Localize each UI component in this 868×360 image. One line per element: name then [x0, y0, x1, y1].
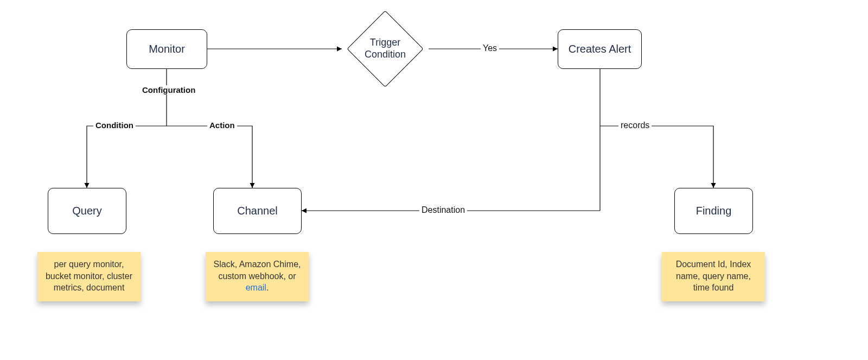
note-query: per query monitor, bucket monitor, clust…: [37, 252, 141, 301]
note-channel-email-link[interactable]: email: [246, 283, 266, 292]
edge-alert-to-finding: [600, 126, 713, 188]
note-finding: Document Id, Index name, query name, tim…: [662, 252, 765, 301]
node-creates-alert-label: Creates Alert: [569, 42, 631, 56]
edge-label-yes: Yes: [481, 43, 499, 53]
edge-config-to-query: [87, 126, 167, 188]
edge-config-to-channel: [167, 126, 252, 188]
node-trigger-condition: Trigger Condition: [342, 15, 429, 83]
note-channel-text-after: .: [266, 283, 269, 292]
note-channel: Slack, Amazon Chime, custom webhook, or …: [206, 252, 309, 301]
note-query-text: per query monitor, bucket monitor, clust…: [46, 260, 132, 292]
note-finding-text: Document Id, Index name, query name, tim…: [676, 260, 751, 292]
note-channel-text-before: Slack, Amazon Chime, custom webhook, or: [214, 260, 301, 281]
node-finding: Finding: [674, 188, 753, 234]
edge-label-configuration: Configuration: [140, 85, 197, 94]
node-monitor-label: Monitor: [149, 42, 185, 56]
node-trigger-condition-label: Trigger Condition: [365, 37, 406, 60]
edge-label-condition: Condition: [93, 121, 136, 130]
edge-label-records: records: [618, 121, 652, 130]
node-query: Query: [48, 188, 126, 234]
edge-label-destination: Destination: [419, 205, 467, 215]
edge-label-action: Action: [207, 121, 237, 130]
node-query-label: Query: [72, 204, 101, 218]
node-monitor: Monitor: [126, 29, 207, 69]
node-finding-label: Finding: [696, 204, 732, 218]
node-creates-alert: Creates Alert: [558, 29, 642, 69]
node-channel-label: Channel: [237, 204, 278, 218]
node-channel: Channel: [213, 188, 302, 234]
